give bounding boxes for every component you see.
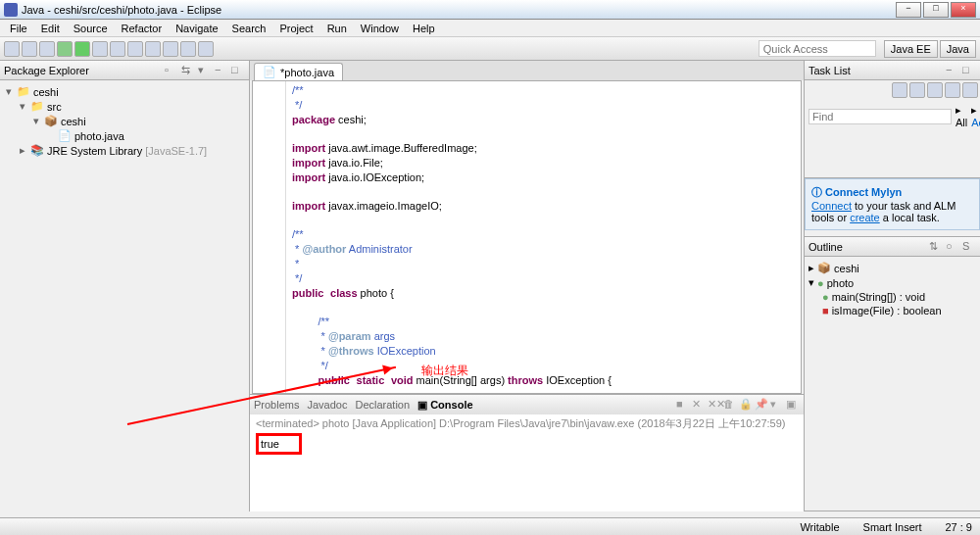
outline-main[interactable]: ● main(String[]) : void	[808, 290, 976, 304]
hide-static-icon[interactable]: S	[962, 240, 976, 254]
status-position: 27 : 9	[945, 521, 972, 533]
mylyn-title: Connect Mylyn	[825, 186, 902, 198]
sort-icon[interactable]: ⇅	[929, 240, 943, 254]
status-writable: Writable	[800, 521, 839, 533]
minimize-button[interactable]: −	[896, 2, 921, 18]
outline-class[interactable]: ▾ ● photo	[808, 275, 976, 290]
run-icon[interactable]	[74, 41, 90, 57]
remove-all-icon[interactable]: ✕✕	[708, 398, 721, 412]
outline-title: Outline	[808, 241, 926, 253]
quick-access-input[interactable]	[759, 40, 876, 57]
src-node[interactable]: ▾📁 src	[4, 99, 245, 114]
menu-help[interactable]: Help	[407, 23, 441, 34]
code-editor[interactable]: /** */ package ceshi; import java.awt.im…	[252, 80, 802, 394]
console-output: true	[261, 438, 279, 450]
focus-icon[interactable]	[962, 82, 978, 98]
tab-problems[interactable]: Problems	[254, 399, 299, 411]
package-explorer-header: Package Explorer ▫ ⇆ ▾ − □	[0, 61, 249, 80]
perspective-javaee[interactable]: Java EE	[884, 40, 938, 58]
pin-console-icon[interactable]: 📌	[755, 398, 768, 412]
outline-package[interactable]: ▸ 📦 ceshi	[808, 261, 976, 275]
link-editor-icon[interactable]: ⇆	[181, 64, 195, 77]
file-node[interactable]: 📄 photo.java	[4, 128, 245, 143]
package-explorer-tree[interactable]: ▾📁 ceshi ▾📁 src ▾📦 ceshi 📄 photo.java ▸📚…	[0, 80, 249, 162]
close-button[interactable]: ×	[951, 2, 976, 18]
maximize-view-icon[interactable]: □	[962, 64, 976, 77]
collapse-all-icon[interactable]: ▫	[165, 64, 178, 77]
menu-window[interactable]: Window	[355, 23, 405, 34]
status-bar: Writable Smart Insert 27 : 9	[0, 517, 980, 535]
editor-tabs: 📄 *photo.java	[250, 61, 804, 80]
outline-isimage[interactable]: ■ isImage(File) : boolean	[808, 304, 976, 317]
menu-run[interactable]: Run	[321, 23, 353, 34]
remove-launch-icon[interactable]: ✕	[692, 398, 706, 412]
new-task-icon[interactable]	[892, 82, 907, 98]
maximize-view-icon[interactable]: □	[231, 64, 245, 77]
project-node[interactable]: ▾📁 ceshi	[4, 84, 245, 99]
sync-icon[interactable]	[927, 82, 943, 98]
menu-search[interactable]: Search	[226, 23, 272, 34]
terminate-icon[interactable]: ■	[676, 398, 690, 412]
window-title: Java - ceshi/src/ceshi/photo.java - Ecli…	[22, 4, 221, 16]
open-type-icon[interactable]	[145, 41, 161, 57]
menu-refactor[interactable]: Refactor	[116, 23, 169, 34]
toolbar: Java EE Java	[0, 37, 980, 61]
new-class-icon[interactable]	[110, 41, 125, 57]
task-activate[interactable]: ▸ Activate...	[971, 104, 980, 128]
editor-gutter	[253, 81, 286, 393]
maximize-button[interactable]: □	[923, 2, 949, 18]
collapse-icon[interactable]	[945, 82, 960, 98]
task-list-title: Task List	[808, 65, 943, 76]
connect-mylyn-panel: ⓘ Connect Mylyn Connect to your task and…	[805, 178, 980, 230]
status-insert: Smart Insert	[863, 521, 922, 533]
task-find-input[interactable]	[808, 109, 952, 124]
perspective-java[interactable]: Java	[940, 40, 976, 58]
perspective-switcher: Java EE Java	[884, 40, 976, 58]
tab-declaration[interactable]: Declaration	[355, 399, 410, 411]
scroll-lock-icon[interactable]: 🔒	[739, 398, 753, 412]
menubar: File Edit Source Refactor Navigate Searc…	[0, 20, 980, 37]
menu-source[interactable]: Source	[68, 23, 114, 34]
open-console-icon[interactable]: ▣	[786, 398, 800, 412]
menu-file[interactable]: File	[4, 23, 33, 34]
package-node[interactable]: ▾📦 ceshi	[4, 114, 245, 128]
tab-console[interactable]: ▣ Console	[417, 399, 472, 412]
search-icon[interactable]	[163, 41, 178, 57]
minimize-view-icon[interactable]: −	[946, 64, 959, 77]
debug-icon[interactable]	[57, 41, 73, 57]
new-package-icon[interactable]	[127, 41, 143, 57]
categorize-icon[interactable]	[909, 82, 925, 98]
display-console-icon[interactable]: ▾	[770, 398, 784, 412]
editor-tab-photo[interactable]: 📄 *photo.java	[254, 63, 343, 80]
console-output-highlight: true	[256, 433, 302, 455]
minimize-view-icon[interactable]: −	[215, 64, 228, 77]
new-icon[interactable]	[4, 41, 20, 57]
outline-header: Outline ⇅ ○ S	[805, 237, 980, 257]
console-view[interactable]: <terminated> photo [Java Application] D:…	[250, 414, 804, 511]
mylyn-create-link[interactable]: create	[850, 212, 880, 223]
jre-node[interactable]: ▸📚 JRE System Library [JavaSE-1.7]	[4, 143, 245, 158]
task-list-header: Task List − □	[805, 61, 980, 80]
menu-navigate[interactable]: Navigate	[170, 23, 223, 34]
save-all-icon[interactable]	[39, 41, 55, 57]
tab-javadoc[interactable]: Javadoc	[307, 399, 347, 411]
ext-tools-icon[interactable]	[92, 41, 108, 57]
code-content[interactable]: /** */ package ceshi; import java.awt.im…	[253, 81, 801, 394]
clear-console-icon[interactable]: 🗑	[723, 398, 737, 412]
bottom-tabs: Problems Javadoc Declaration ▣ Console ■…	[250, 395, 804, 414]
eclipse-icon	[4, 3, 18, 17]
task-all[interactable]: ▸ All	[956, 104, 967, 128]
forward-icon[interactable]	[198, 41, 214, 57]
window-controls: − □ ×	[894, 2, 976, 18]
console-terminated-line: <terminated> photo [Java Application] D:…	[256, 416, 798, 431]
titlebar: Java - ceshi/src/ceshi/photo.java - Ecli…	[0, 0, 980, 20]
mylyn-connect-link[interactable]: Connect	[811, 200, 852, 212]
package-explorer-title: Package Explorer	[4, 65, 162, 76]
annotation-text: 输出结果	[421, 363, 468, 379]
back-icon[interactable]	[180, 41, 196, 57]
menu-project[interactable]: Project	[273, 23, 318, 34]
view-menu-icon[interactable]: ▾	[198, 64, 212, 77]
save-icon[interactable]	[22, 41, 37, 57]
menu-edit[interactable]: Edit	[35, 23, 66, 34]
hide-fields-icon[interactable]: ○	[946, 240, 959, 254]
